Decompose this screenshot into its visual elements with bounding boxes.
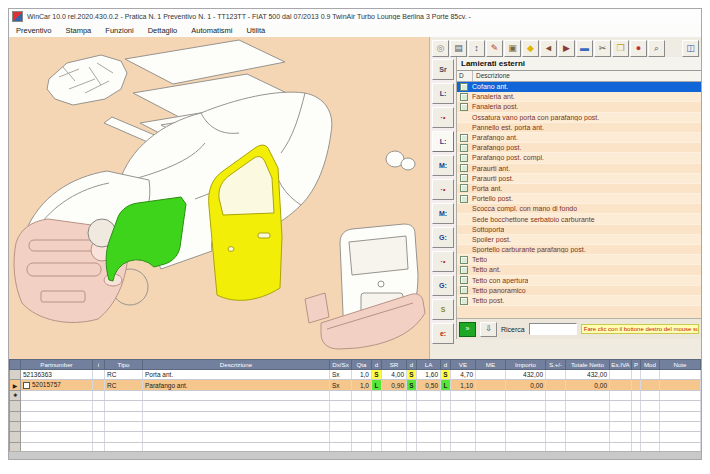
estimate-cell[interactable]: S (372, 370, 382, 380)
estimate-column-header[interactable]: i (93, 360, 105, 370)
row-selector-cell[interactable] (10, 411, 21, 421)
side-tab-l1[interactable]: L: (432, 83, 454, 104)
estimate-cell[interactable] (143, 421, 330, 431)
estimate-column-header[interactable]: d (372, 360, 382, 370)
side-tab-dot1[interactable]: ·• (432, 107, 454, 128)
estimate-cell[interactable] (641, 411, 660, 421)
estimate-cell[interactable] (407, 432, 417, 442)
estimate-column-header[interactable]: Es.IVA (610, 360, 632, 370)
estimate-cell[interactable] (546, 390, 566, 400)
estimate-cell[interactable] (382, 432, 407, 442)
estimate-cell[interactable] (417, 411, 441, 421)
estimate-cell[interactable] (451, 411, 476, 421)
estimate-cell[interactable]: 0,90 (382, 380, 407, 390)
estimate-cell[interactable] (330, 401, 352, 411)
estimate-cell[interactable] (451, 421, 476, 431)
estimate-cell[interactable] (372, 411, 382, 421)
estimate-cell[interactable] (641, 390, 660, 400)
estimate-column-header[interactable]: Descrizione (143, 360, 330, 370)
print-icon[interactable]: ▤ (450, 40, 467, 57)
estimate-row[interactable]: 52136363RCPorta ant.Sx1,0S4,00S1,60S4,70… (10, 370, 701, 380)
estimate-cell[interactable] (105, 390, 143, 400)
estimate-cell[interactable]: 1,0 (352, 380, 372, 390)
estimate-cell[interactable] (330, 432, 352, 442)
estimate-cell[interactable] (21, 390, 93, 400)
estimate-cell[interactable] (546, 370, 566, 380)
monitor-icon[interactable]: ▬ (576, 40, 593, 57)
estimate-cell[interactable] (93, 380, 105, 390)
estimate-cell[interactable] (660, 421, 701, 431)
side-tab-m2[interactable]: M: (432, 203, 454, 224)
estimate-cell[interactable]: 0,00 (566, 380, 610, 390)
estimate-cell[interactable] (21, 411, 93, 421)
estimate-column-header[interactable]: d (441, 360, 451, 370)
estimate-cell[interactable] (417, 421, 441, 431)
diamond-icon[interactable]: ◆ (522, 40, 539, 57)
estimate-cell[interactable] (610, 401, 632, 411)
estimate-cell[interactable] (632, 432, 641, 442)
estimate-cell[interactable]: 4,00 (382, 370, 407, 380)
estimate-column-header[interactable]: VE (451, 360, 476, 370)
estimate-cell[interactable] (352, 421, 372, 431)
estimate-cell[interactable]: 0,50 (417, 380, 441, 390)
estimate-cell[interactable] (143, 401, 330, 411)
empty-estimate-row[interactable]: ✱ (10, 390, 701, 400)
parts-list-item[interactable]: Paraurti ant. (457, 164, 701, 174)
estimate-cell[interactable]: 4,70 (451, 370, 476, 380)
estimate-cell[interactable] (382, 390, 407, 400)
estimate-cell[interactable] (506, 432, 546, 442)
estimate-cell[interactable] (641, 380, 660, 390)
estimate-cell[interactable] (105, 411, 143, 421)
estimate-cell[interactable] (641, 421, 660, 431)
photo-icon[interactable]: ▣ (504, 40, 521, 57)
row-selector-cell[interactable] (10, 401, 21, 411)
estimate-cell[interactable] (546, 380, 566, 390)
estimate-cell[interactable] (660, 390, 701, 400)
parts-list-item[interactable]: Fanaleria post. (457, 102, 701, 112)
parts-list-item[interactable]: Tetto (457, 255, 701, 265)
estimate-cell[interactable] (441, 390, 451, 400)
estimate-cell[interactable] (417, 401, 441, 411)
row-selector-cell[interactable]: ✱ (10, 390, 21, 400)
estimate-row[interactable]: ▶52015757RCParafango ant.Sx1,0L0,90S0,50… (10, 380, 701, 390)
car-tool-icon[interactable]: ▶ (558, 40, 575, 57)
estimate-cell[interactable] (417, 390, 441, 400)
estimate-cell[interactable] (566, 401, 610, 411)
estimate-cell[interactable] (330, 390, 352, 400)
estimate-cell[interactable] (372, 401, 382, 411)
exit-icon[interactable]: ◫ (682, 40, 699, 57)
estimate-column-header[interactable]: Totale Netto (566, 360, 610, 370)
estimate-cell[interactable]: Parafango ant. (143, 380, 330, 390)
side-tab-e[interactable]: e: (432, 323, 454, 344)
estimate-column-header[interactable]: Note (660, 360, 701, 370)
tetto-panel[interactable] (125, 40, 285, 84)
estimate-cell[interactable] (506, 411, 546, 421)
estimate-cell[interactable] (382, 421, 407, 431)
estimate-cell[interactable] (476, 411, 506, 421)
estimate-cell[interactable]: Sx (330, 370, 352, 380)
parts-list-item[interactable]: Sportello carburante parafango post. (457, 245, 701, 255)
estimate-cell[interactable] (441, 401, 451, 411)
parts-list-item[interactable]: Spoiler post. (457, 235, 701, 245)
menu-funzioni[interactable]: Funzioni (98, 26, 140, 35)
estimate-cell[interactable]: Porta ant. (143, 370, 330, 380)
estimate-cell[interactable] (660, 401, 701, 411)
go-button[interactable]: » (459, 322, 476, 337)
row-selector-cell[interactable] (10, 421, 21, 431)
estimate-cell[interactable] (330, 421, 352, 431)
estimate-cell[interactable] (476, 421, 506, 431)
menu-preventivo[interactable]: Preventivo (9, 26, 58, 35)
estimate-cell[interactable]: 52136363 (21, 370, 93, 380)
empty-estimate-row[interactable] (10, 411, 701, 421)
estimate-cell[interactable] (641, 370, 660, 380)
estimate-column-header[interactable]: Importo (506, 360, 546, 370)
estimate-cell[interactable]: 432,00 (506, 370, 546, 380)
mirror-part[interactable] (386, 151, 415, 170)
parts-list-item[interactable]: Fanaleria ant. (457, 92, 701, 102)
estimate-cell[interactable]: 0,00 (506, 380, 546, 390)
estimate-cell[interactable] (330, 411, 352, 421)
estimate-cell[interactable]: 52015757 (21, 380, 93, 390)
estimate-cell[interactable] (441, 432, 451, 442)
estimate-cell[interactable] (632, 380, 641, 390)
estimate-cell[interactable] (506, 390, 546, 400)
